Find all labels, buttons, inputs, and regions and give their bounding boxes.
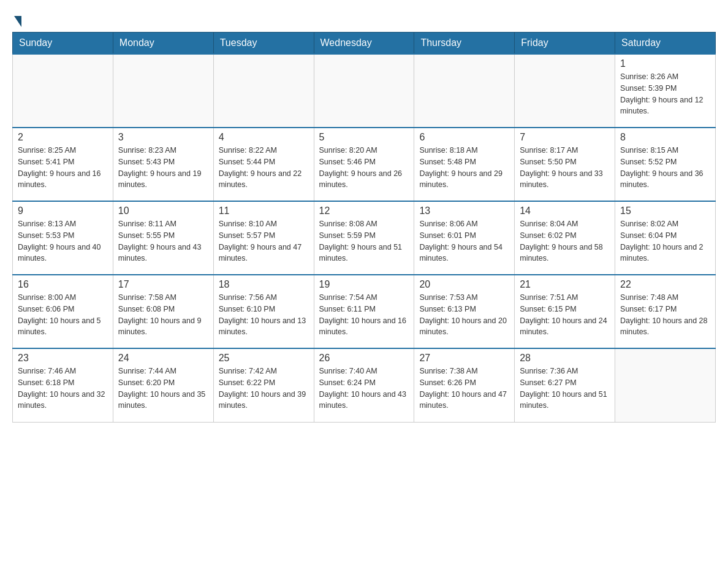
week-row-3: 9Sunrise: 8:13 AMSunset: 5:53 PMDaylight… xyxy=(13,201,716,275)
day-info: Sunrise: 8:25 AMSunset: 5:41 PMDaylight:… xyxy=(18,145,108,191)
calendar-header-row: SundayMondayTuesdayWednesdayThursdayFrid… xyxy=(13,33,716,55)
day-info: Sunrise: 7:54 AMSunset: 6:11 PMDaylight:… xyxy=(319,292,409,338)
calendar-cell: 26Sunrise: 7:40 AMSunset: 6:24 PMDayligh… xyxy=(314,348,414,422)
day-info: Sunrise: 8:22 AMSunset: 5:44 PMDaylight:… xyxy=(219,145,309,191)
week-row-4: 16Sunrise: 8:00 AMSunset: 6:06 PMDayligh… xyxy=(13,275,716,348)
calendar-cell: 4Sunrise: 8:22 AMSunset: 5:44 PMDaylight… xyxy=(213,128,314,201)
calendar-cell: 17Sunrise: 7:58 AMSunset: 6:08 PMDayligh… xyxy=(113,275,213,348)
day-number: 25 xyxy=(219,353,309,364)
calendar-cell: 20Sunrise: 7:53 AMSunset: 6:13 PMDayligh… xyxy=(414,275,515,348)
day-number: 10 xyxy=(118,205,208,216)
day-info: Sunrise: 8:26 AMSunset: 5:39 PMDaylight:… xyxy=(620,71,710,117)
day-number: 9 xyxy=(18,205,108,216)
day-info: Sunrise: 8:11 AMSunset: 5:55 PMDaylight:… xyxy=(118,218,208,264)
calendar-cell: 27Sunrise: 7:38 AMSunset: 6:26 PMDayligh… xyxy=(414,348,515,422)
day-number: 3 xyxy=(118,132,208,143)
calendar-cell: 8Sunrise: 8:15 AMSunset: 5:52 PMDaylight… xyxy=(615,128,716,201)
weekday-header-sunday: Sunday xyxy=(13,33,113,55)
calendar-cell xyxy=(414,54,515,128)
weekday-header-wednesday: Wednesday xyxy=(314,33,414,55)
calendar-cell: 23Sunrise: 7:46 AMSunset: 6:18 PMDayligh… xyxy=(13,348,113,422)
day-number: 18 xyxy=(219,279,309,290)
calendar-cell: 22Sunrise: 7:48 AMSunset: 6:17 PMDayligh… xyxy=(615,275,716,348)
calendar-cell: 6Sunrise: 8:18 AMSunset: 5:48 PMDaylight… xyxy=(414,128,515,201)
calendar-cell: 21Sunrise: 7:51 AMSunset: 6:15 PMDayligh… xyxy=(515,275,615,348)
day-number: 13 xyxy=(419,205,509,216)
calendar-cell xyxy=(113,54,213,128)
calendar-cell: 3Sunrise: 8:23 AMSunset: 5:43 PMDaylight… xyxy=(113,128,213,201)
day-info: Sunrise: 7:48 AMSunset: 6:17 PMDaylight:… xyxy=(620,292,710,338)
day-number: 15 xyxy=(620,205,710,216)
weekday-header-tuesday: Tuesday xyxy=(213,33,314,55)
day-number: 24 xyxy=(118,353,208,364)
day-info: Sunrise: 8:23 AMSunset: 5:43 PMDaylight:… xyxy=(118,145,208,191)
weekday-header-monday: Monday xyxy=(113,33,213,55)
calendar-cell: 24Sunrise: 7:44 AMSunset: 6:20 PMDayligh… xyxy=(113,348,213,422)
day-info: Sunrise: 8:17 AMSunset: 5:50 PMDaylight:… xyxy=(520,145,610,191)
day-number: 20 xyxy=(419,279,509,290)
day-number: 4 xyxy=(219,132,309,143)
calendar-cell xyxy=(314,54,414,128)
day-number: 23 xyxy=(18,353,108,364)
day-info: Sunrise: 8:20 AMSunset: 5:46 PMDaylight:… xyxy=(319,145,409,191)
day-info: Sunrise: 8:08 AMSunset: 5:59 PMDaylight:… xyxy=(319,218,409,264)
calendar-cell: 13Sunrise: 8:06 AMSunset: 6:01 PMDayligh… xyxy=(414,201,515,275)
day-number: 26 xyxy=(319,353,409,364)
day-number: 21 xyxy=(520,279,610,290)
day-info: Sunrise: 8:15 AMSunset: 5:52 PMDaylight:… xyxy=(620,145,710,191)
day-number: 7 xyxy=(520,132,610,143)
day-number: 27 xyxy=(419,353,509,364)
calendar-cell: 25Sunrise: 7:42 AMSunset: 6:22 PMDayligh… xyxy=(213,348,314,422)
day-number: 12 xyxy=(319,205,409,216)
calendar-cell: 5Sunrise: 8:20 AMSunset: 5:46 PMDaylight… xyxy=(314,128,414,201)
day-number: 17 xyxy=(118,279,208,290)
day-number: 2 xyxy=(18,132,108,143)
logo-triangle-icon xyxy=(14,16,21,27)
calendar-cell xyxy=(213,54,314,128)
day-number: 11 xyxy=(219,205,309,216)
day-info: Sunrise: 8:13 AMSunset: 5:53 PMDaylight:… xyxy=(18,218,108,264)
day-info: Sunrise: 7:53 AMSunset: 6:13 PMDaylight:… xyxy=(419,292,509,338)
calendar-cell: 10Sunrise: 8:11 AMSunset: 5:55 PMDayligh… xyxy=(113,201,213,275)
day-info: Sunrise: 7:36 AMSunset: 6:27 PMDaylight:… xyxy=(520,366,610,412)
day-number: 6 xyxy=(419,132,509,143)
day-info: Sunrise: 8:02 AMSunset: 6:04 PMDaylight:… xyxy=(620,218,710,264)
day-info: Sunrise: 7:44 AMSunset: 6:20 PMDaylight:… xyxy=(118,366,208,412)
weekday-header-saturday: Saturday xyxy=(615,33,716,55)
calendar-cell xyxy=(13,54,113,128)
day-number: 22 xyxy=(620,279,710,290)
day-number: 5 xyxy=(319,132,409,143)
calendar-table: SundayMondayTuesdayWednesdayThursdayFrid… xyxy=(12,32,716,423)
day-info: Sunrise: 7:46 AMSunset: 6:18 PMDaylight:… xyxy=(18,366,108,412)
calendar-cell: 2Sunrise: 8:25 AMSunset: 5:41 PMDaylight… xyxy=(13,128,113,201)
page-header xyxy=(12,12,716,26)
day-info: Sunrise: 8:00 AMSunset: 6:06 PMDaylight:… xyxy=(18,292,108,338)
day-number: 1 xyxy=(620,58,710,69)
day-number: 28 xyxy=(520,353,610,364)
day-number: 8 xyxy=(620,132,710,143)
calendar-cell xyxy=(515,54,615,128)
day-info: Sunrise: 7:38 AMSunset: 6:26 PMDaylight:… xyxy=(419,366,509,412)
day-info: Sunrise: 7:51 AMSunset: 6:15 PMDaylight:… xyxy=(520,292,610,338)
day-number: 19 xyxy=(319,279,409,290)
calendar-cell: 14Sunrise: 8:04 AMSunset: 6:02 PMDayligh… xyxy=(515,201,615,275)
calendar-cell: 7Sunrise: 8:17 AMSunset: 5:50 PMDaylight… xyxy=(515,128,615,201)
day-info: Sunrise: 8:18 AMSunset: 5:48 PMDaylight:… xyxy=(419,145,509,191)
calendar-cell: 16Sunrise: 8:00 AMSunset: 6:06 PMDayligh… xyxy=(13,275,113,348)
logo xyxy=(12,12,21,26)
calendar-cell: 1Sunrise: 8:26 AMSunset: 5:39 PMDaylight… xyxy=(615,54,716,128)
day-info: Sunrise: 8:10 AMSunset: 5:57 PMDaylight:… xyxy=(219,218,309,264)
day-info: Sunrise: 8:04 AMSunset: 6:02 PMDaylight:… xyxy=(520,218,610,264)
day-info: Sunrise: 7:56 AMSunset: 6:10 PMDaylight:… xyxy=(219,292,309,338)
day-info: Sunrise: 7:40 AMSunset: 6:24 PMDaylight:… xyxy=(319,366,409,412)
week-row-1: 1Sunrise: 8:26 AMSunset: 5:39 PMDaylight… xyxy=(13,54,716,128)
calendar-cell: 12Sunrise: 8:08 AMSunset: 5:59 PMDayligh… xyxy=(314,201,414,275)
calendar-cell: 11Sunrise: 8:10 AMSunset: 5:57 PMDayligh… xyxy=(213,201,314,275)
week-row-5: 23Sunrise: 7:46 AMSunset: 6:18 PMDayligh… xyxy=(13,348,716,422)
weekday-header-thursday: Thursday xyxy=(414,33,515,55)
calendar-cell: 18Sunrise: 7:56 AMSunset: 6:10 PMDayligh… xyxy=(213,275,314,348)
calendar-cell: 15Sunrise: 8:02 AMSunset: 6:04 PMDayligh… xyxy=(615,201,716,275)
day-info: Sunrise: 7:58 AMSunset: 6:08 PMDaylight:… xyxy=(118,292,208,338)
calendar-cell: 19Sunrise: 7:54 AMSunset: 6:11 PMDayligh… xyxy=(314,275,414,348)
calendar-cell xyxy=(615,348,716,422)
